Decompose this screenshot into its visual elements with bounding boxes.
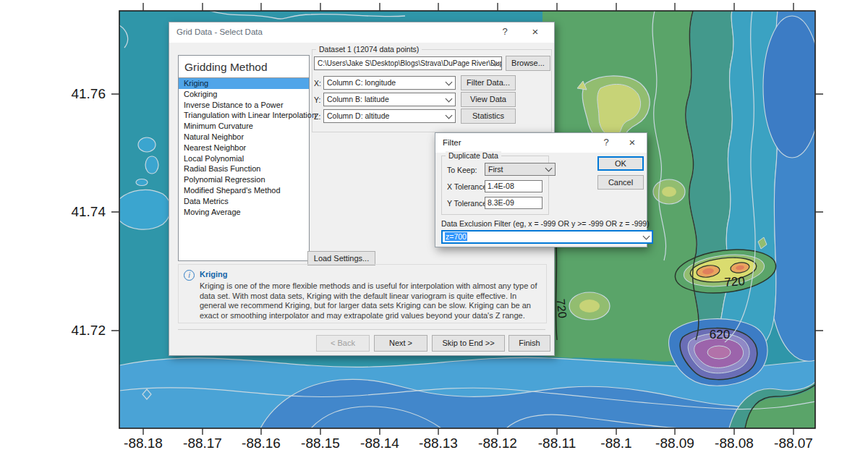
x-tick-label: -88.17 (172, 436, 233, 451)
y-column-combo[interactable]: Column B: latitude (323, 93, 456, 106)
load-settings-button[interactable]: Load Settings... (307, 251, 375, 266)
statistics-button[interactable]: Statistics (461, 109, 516, 124)
y-tick-label: 41.76 (29, 86, 106, 102)
x-tolerance-input[interactable]: 1.4E-08 (485, 180, 542, 192)
browse-button[interactable]: Browse... (506, 56, 550, 71)
map-blob (136, 179, 148, 186)
chevron-down-icon (446, 111, 453, 119)
method-item-kriging[interactable]: Kriging (179, 78, 309, 89)
filter-dialog-title: Filter (443, 138, 461, 147)
method-item[interactable]: Polynomial Regression (179, 174, 309, 185)
method-item[interactable]: Nearest Neighbor (179, 143, 309, 153)
chevron-down-icon (545, 165, 553, 172)
filter-dialog: Filter ? × Duplicate Data To Keep: First… (435, 132, 647, 247)
method-item[interactable]: Triangulation with Linear Interpolation (179, 110, 309, 121)
help-button[interactable]: ? (596, 135, 616, 150)
x-tick-label: -88.1 (586, 436, 647, 451)
info-body: Kriging is one of the more flexible meth… (200, 281, 538, 320)
y-column-label: Y: (314, 95, 320, 104)
y-tick-label: 41.72 (29, 323, 106, 339)
grid-data-titlebar: Grid Data - Select Data ? × (169, 22, 554, 43)
gridding-method-listbox: Gridding Method Kriging Cokriging Invers… (178, 55, 310, 261)
x-tick-label: -88.15 (290, 436, 351, 451)
z-column-combo[interactable]: Column D: altitude (323, 109, 456, 123)
dataset-group-label: Dataset 1 (12074 data points) (316, 45, 422, 54)
y-tick-label: 41.74 (29, 204, 106, 220)
map-blob (145, 156, 158, 174)
contour-label-620: 620 (710, 328, 730, 341)
method-item[interactable]: Modified Shepard's Method (179, 185, 309, 196)
ok-button[interactable]: OK (597, 156, 644, 171)
x-tick-label: -88.18 (113, 436, 174, 451)
finish-button[interactable]: Finish (509, 335, 550, 352)
to-keep-combo[interactable]: First (485, 163, 556, 176)
exclusion-filter-value: z=700 (445, 232, 467, 241)
method-item[interactable]: Natural Neighbor (179, 132, 309, 143)
method-item[interactable]: Inverse Distance to a Power (179, 100, 309, 111)
map-blob (138, 137, 156, 152)
x-tick-label: -88.14 (349, 436, 410, 451)
method-item[interactable]: Cokriging (179, 89, 309, 100)
y-tolerance-label: Y Tolerance: (447, 199, 489, 208)
map-patch-inner (579, 300, 600, 313)
x-tick-label: -88.08 (704, 436, 765, 451)
x-column-value: Column C: longitude (327, 78, 396, 87)
data-exclusion-filter-combo[interactable]: z=700 (441, 230, 653, 244)
chevron-down-icon (643, 232, 650, 239)
z-column-value: Column D: altitude (327, 111, 389, 120)
info-icon: i (184, 270, 195, 281)
z-column-label: Z: (314, 112, 320, 121)
x-column-combo[interactable]: Column C: longitude (323, 76, 456, 90)
map-patch-inner (662, 187, 676, 197)
x-tick-label: -88.07 (763, 436, 824, 451)
file-path-combo[interactable]: C:\Users\Jake S\Desktop\Blogs\Strava\DuP… (314, 56, 502, 70)
x-tick-label: -88.16 (231, 436, 292, 451)
method-item[interactable]: Local Polynomial (179, 153, 309, 164)
y-tolerance-input[interactable]: 8.3E-09 (485, 197, 542, 209)
method-item[interactable]: Moving Average (179, 207, 309, 218)
x-tick-label: -88.09 (644, 436, 705, 451)
duplicate-data-label: Duplicate Data (446, 151, 501, 160)
map-darkblue-blob (763, 16, 821, 158)
skip-to-end-button[interactable]: Skip to End >> (432, 335, 505, 352)
contour-label-720: 720 (724, 274, 746, 289)
map-left-lightblob (119, 190, 171, 229)
cancel-button[interactable]: Cancel (597, 175, 644, 190)
help-button[interactable]: ? (495, 25, 515, 39)
contour-label-720-rotated: 720 (555, 298, 569, 318)
x-tick-label: -88.12 (467, 436, 528, 451)
chevron-down-icon (446, 95, 453, 102)
x-column-label: X: (314, 79, 321, 88)
method-item[interactable]: Radial Basis Function (179, 163, 309, 174)
x-tolerance-label: X Tolerance: (447, 182, 489, 191)
x-tick-label: -88.13 (408, 436, 469, 451)
to-keep-value: First (488, 165, 503, 174)
next-button[interactable]: Next > (374, 335, 427, 352)
gridding-method-heading: Gridding Method (179, 56, 309, 78)
filter-data-button[interactable]: Filter Data... (461, 75, 516, 90)
back-button[interactable]: < Back (316, 335, 370, 352)
x-tick-label: -88.11 (527, 436, 587, 451)
file-path-value: C:\Users\Jake S\Desktop\Blogs\Strava\DuP… (318, 59, 502, 67)
y-column-value: Column B: latitude (327, 95, 389, 103)
filter-titlebar: Filter ? × (435, 133, 647, 153)
divider (178, 329, 545, 330)
info-title: Kriging (200, 270, 228, 279)
close-icon[interactable]: × (622, 135, 642, 150)
chevron-down-icon (446, 78, 453, 85)
to-keep-label: To Keep: (447, 166, 477, 174)
close-icon[interactable]: × (525, 25, 545, 39)
dialog-title: Grid Data - Select Data (176, 27, 263, 36)
method-item[interactable]: Minimum Curvature (179, 121, 309, 132)
method-item[interactable]: Data Metrics (179, 196, 309, 207)
data-exclusion-filter-label: Data Exclusion Filter (eg, x = -999 OR y… (441, 219, 650, 228)
view-data-button[interactable]: View Data (461, 92, 516, 107)
